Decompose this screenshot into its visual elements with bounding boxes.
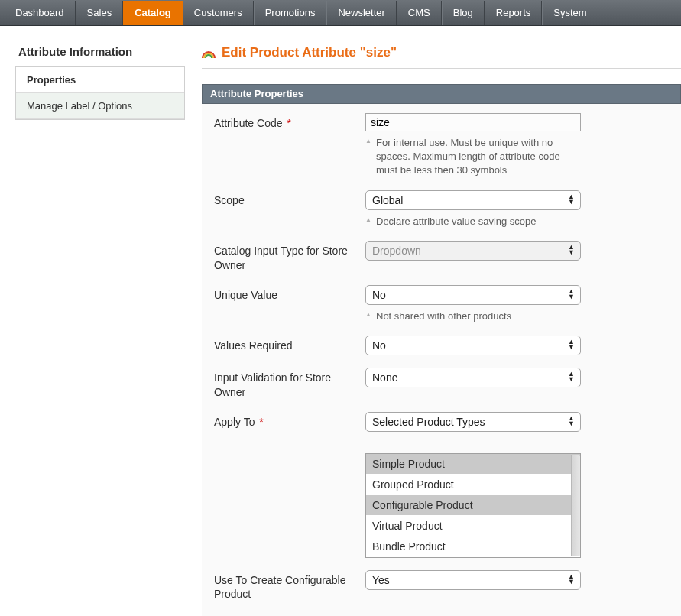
row-attribute-code: Attribute Code * For internal use. Must … xyxy=(214,113,669,178)
nav-blog[interactable]: Blog xyxy=(442,1,485,25)
row-values-required: Values Required No ▲▼ xyxy=(214,336,669,355)
hint-scope: Declare attribute value saving scope xyxy=(365,210,572,229)
input-validation-select[interactable]: None ▲▼ xyxy=(365,368,581,387)
nav-reports[interactable]: Reports xyxy=(485,1,543,25)
row-input-validation: Input Validation for Store Owner None ▲▼ xyxy=(214,368,669,400)
attribute-code-input[interactable] xyxy=(365,113,581,131)
nav-customers[interactable]: Customers xyxy=(183,1,254,25)
sidebar-tab-properties[interactable]: Properties xyxy=(16,66,184,93)
hint-unique-value: Not shared with other products xyxy=(365,305,572,323)
label-catalog-input-type: Catalog Input Type for Store Owner xyxy=(214,241,365,273)
sidebar-tabs: Properties Manage Label / Options xyxy=(15,66,185,120)
nav-system[interactable]: System xyxy=(542,1,598,25)
unique-value-select[interactable]: No ▲▼ xyxy=(365,285,581,305)
top-nav: DashboardSalesCatalogCustomersPromotions… xyxy=(0,0,681,26)
label-attribute-code: Attribute Code * xyxy=(214,113,365,131)
use-to-create-configurable-select[interactable]: Yes ▲▼ xyxy=(365,570,581,590)
sidebar-tab-manage-label[interactable]: Manage Label / Options xyxy=(16,93,184,119)
apply-to-multiselect[interactable]: Simple ProductGrouped ProductConfigurabl… xyxy=(365,453,581,558)
apply-to-option[interactable]: Grouped Product xyxy=(366,475,580,495)
apply-to-option[interactable]: Bundle Product xyxy=(366,537,580,557)
rainbow-icon xyxy=(202,47,216,59)
row-unique-value: Unique Value No ▲▼ Not shared with other… xyxy=(214,285,669,323)
apply-to-select[interactable]: Selected Product Types ▲▼ xyxy=(365,412,581,432)
label-scope: Scope xyxy=(214,190,365,208)
nav-promotions[interactable]: Promotions xyxy=(254,1,327,25)
content-area: Edit Product Attribute "size" Attribute … xyxy=(202,45,681,616)
hint-attribute-code: For internal use. Must be unique with no… xyxy=(365,131,572,178)
nav-newsletter[interactable]: Newsletter xyxy=(326,1,396,25)
apply-to-option[interactable]: Virtual Product xyxy=(366,516,580,537)
field-attribute-code: For internal use. Must be unique with no… xyxy=(365,113,587,178)
values-required-select[interactable]: No ▲▼ xyxy=(365,336,581,355)
field-input-validation: None ▲▼ xyxy=(365,368,587,387)
field-apply-to: Selected Product Types ▲▼ Simple Product… xyxy=(365,412,587,558)
page-title: Edit Product Attribute "size" xyxy=(222,45,397,60)
label-apply-to: Apply To * xyxy=(214,412,365,430)
field-values-required: No ▲▼ xyxy=(365,336,587,355)
field-unique-value: No ▲▼ Not shared with other products xyxy=(365,285,587,323)
required-indicator: * xyxy=(283,117,291,129)
scrollbar[interactable] xyxy=(571,455,580,556)
nav-catalog[interactable]: Catalog xyxy=(123,1,183,25)
page-head: Edit Product Attribute "size" xyxy=(202,45,681,69)
scope-select[interactable]: Global ▲▼ xyxy=(365,190,581,210)
label-use-to-create-configurable: Use To Create Configurable Product xyxy=(214,570,365,602)
nav-sales[interactable]: Sales xyxy=(76,1,124,25)
apply-to-option[interactable]: Configurable Product xyxy=(366,495,580,516)
sidebar: Attribute Information Properties Manage … xyxy=(15,45,185,616)
catalog-input-type-select[interactable]: Dropdown ▲▼ xyxy=(365,241,581,261)
sidebar-title: Attribute Information xyxy=(15,45,185,66)
nav-dashboard[interactable]: Dashboard xyxy=(5,1,76,25)
apply-to-option[interactable]: Simple Product xyxy=(366,454,580,475)
form-area: Attribute Code * For internal use. Must … xyxy=(202,104,681,616)
label-input-validation: Input Validation for Store Owner xyxy=(214,368,365,400)
label-unique-value: Unique Value xyxy=(214,285,365,303)
section-heading: Attribute Properties xyxy=(202,84,681,104)
row-catalog-input-type: Catalog Input Type for Store Owner Dropd… xyxy=(214,241,669,273)
field-catalog-input-type: Dropdown ▲▼ xyxy=(365,241,587,261)
row-scope: Scope Global ▲▼ Declare attribute value … xyxy=(214,190,669,229)
nav-cms[interactable]: CMS xyxy=(397,1,442,25)
label-values-required: Values Required xyxy=(214,336,365,353)
field-scope: Global ▲▼ Declare attribute value saving… xyxy=(365,190,587,229)
field-use-to-create-configurable: Yes ▲▼ xyxy=(365,570,587,590)
row-use-to-create-configurable: Use To Create Configurable Product Yes ▲… xyxy=(214,570,669,602)
row-apply-to: Apply To * Selected Product Types ▲▼ Sim… xyxy=(214,412,669,558)
required-indicator: * xyxy=(255,416,263,428)
main-wrap: Attribute Information Properties Manage … xyxy=(0,26,681,616)
